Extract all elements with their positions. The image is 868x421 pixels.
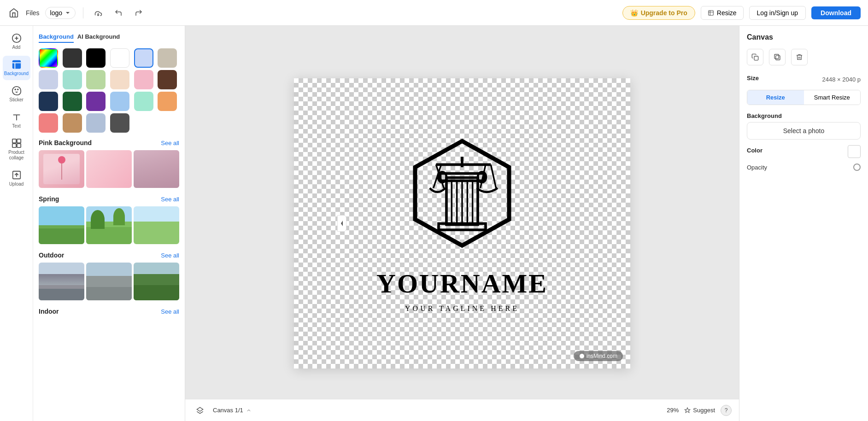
svg-rect-27 <box>439 223 486 230</box>
see-all-spring[interactable]: See all <box>161 196 179 203</box>
svg-point-34 <box>580 354 584 358</box>
swatch-selected-blue[interactable] <box>134 48 153 68</box>
right-panel-title: Canvas <box>747 33 861 41</box>
swatch-brown[interactable] <box>158 70 177 89</box>
swatch-pink[interactable] <box>134 70 153 89</box>
svg-point-7 <box>15 89 16 90</box>
swatch-aqua[interactable] <box>134 92 153 111</box>
see-all-outdoor[interactable]: See all <box>161 252 179 259</box>
upgrade-button[interactable]: 👑 Upgrade to Pro <box>622 6 695 20</box>
swatch-charcoal[interactable] <box>110 113 129 133</box>
photo-grid-spring <box>39 206 179 244</box>
sidebar-item-sticker-label: Sticker <box>9 97 23 103</box>
redo-button[interactable] <box>131 6 146 20</box>
swatch-navy[interactable] <box>39 92 58 111</box>
photo-spring-1[interactable] <box>39 206 84 244</box>
swatch-dark-gray[interactable] <box>63 48 82 68</box>
swatch-black[interactable] <box>86 48 106 68</box>
resize-label: Resize <box>717 9 737 17</box>
swatch-peach[interactable] <box>110 70 129 89</box>
svg-marker-35 <box>197 407 203 411</box>
svg-rect-14 <box>17 144 20 147</box>
canvas-copy-style-button[interactable] <box>747 49 763 65</box>
sidebar-item-background[interactable]: Background <box>3 56 30 80</box>
swatch-tan[interactable] <box>63 113 82 133</box>
canvas-area: YOURNAME YOUR TAGLINE HERE insMind.com <box>185 26 739 421</box>
tab-ai-background[interactable]: AI Background <box>77 31 120 43</box>
swatch-salmon[interactable] <box>39 113 58 133</box>
color-row: Color <box>747 145 861 158</box>
swatch-mint[interactable] <box>63 70 82 89</box>
swatch-lavender[interactable] <box>39 70 58 89</box>
tab-background[interactable]: Background <box>39 31 74 43</box>
photo-pink-3[interactable] <box>134 150 179 188</box>
resize-option-button[interactable]: Resize <box>747 90 804 105</box>
select-photo-button[interactable]: Select a photo <box>747 122 861 140</box>
help-button[interactable]: ? <box>721 405 732 416</box>
upgrade-label: Upgrade to Pro <box>641 9 687 17</box>
background-section-label: Background <box>747 112 861 119</box>
watermark-text: insMind.com <box>586 353 617 359</box>
svg-rect-36 <box>754 56 758 60</box>
topbar-separator <box>83 7 83 18</box>
swatch-steel-blue[interactable] <box>86 113 106 133</box>
swatch-rainbow[interactable] <box>39 48 58 68</box>
logo-label: logo <box>50 9 62 17</box>
download-button[interactable]: Download <box>811 6 861 19</box>
section-title-indoor: Indoor <box>39 308 59 315</box>
svg-rect-4 <box>12 60 20 69</box>
layers-button[interactable] <box>193 403 207 418</box>
swatch-forest[interactable] <box>63 92 82 111</box>
zoom-level: 29% <box>667 407 679 414</box>
swatch-beige[interactable] <box>158 48 177 68</box>
photo-outdoor-2[interactable] <box>86 263 132 300</box>
swatch-sky-blue[interactable] <box>110 92 129 111</box>
watermark: insMind.com <box>574 351 623 361</box>
photo-spring-2[interactable] <box>86 206 132 244</box>
sidebar-item-upload[interactable]: Upload <box>3 166 30 191</box>
login-button[interactable]: Log in/Sign up <box>749 6 806 20</box>
sidebar-item-add[interactable]: Add <box>3 29 30 54</box>
files-link[interactable]: Files <box>26 9 40 17</box>
photo-spring-3[interactable] <box>134 206 179 244</box>
logo-content: YOURNAME YOUR TAGLINE HERE <box>376 134 548 313</box>
opacity-label: Opacity <box>747 164 849 171</box>
svg-line-33 <box>491 164 496 188</box>
canvas-delete-button[interactable] <box>791 49 808 65</box>
see-all-indoor[interactable]: See all <box>161 308 179 315</box>
smart-resize-option-button[interactable]: Smart Resize <box>804 90 861 105</box>
cloud-save-button[interactable] <box>91 6 106 20</box>
logo-selector[interactable]: logo <box>45 7 76 19</box>
canvas-duplicate-button[interactable] <box>769 49 786 65</box>
section-title-outdoor: Outdoor <box>39 251 64 259</box>
swatch-white[interactable] <box>110 48 129 68</box>
photo-outdoor-1[interactable] <box>39 263 84 300</box>
photo-outdoor-3[interactable] <box>134 263 179 300</box>
color-swatch[interactable] <box>848 145 861 158</box>
undo-button[interactable] <box>111 6 126 20</box>
see-all-pink[interactable]: See all <box>161 140 179 146</box>
collapse-panel-handle[interactable] <box>337 215 346 232</box>
bottom-bar: Canvas 1/1 29% Suggest ? <box>185 399 739 421</box>
photo-grid-pink <box>39 150 179 188</box>
sidebar-item-product-collage-label: Product collage <box>5 150 29 161</box>
sidebar-item-text-label: Text <box>12 123 20 129</box>
resize-button[interactable]: Resize <box>701 6 744 20</box>
svg-point-8 <box>17 89 18 90</box>
photo-pink-1[interactable] <box>39 150 84 188</box>
swatch-orange[interactable] <box>158 92 177 111</box>
swatch-purple[interactable] <box>86 92 106 111</box>
svg-rect-11 <box>12 139 16 143</box>
svg-rect-37 <box>774 54 779 58</box>
sidebar-item-product-collage[interactable]: Product collage <box>3 134 30 164</box>
swatch-light-green[interactable] <box>86 70 106 89</box>
sidebar-item-sticker[interactable]: Sticker <box>3 82 30 106</box>
photo-pink-2[interactable] <box>86 150 132 188</box>
home-button[interactable] <box>7 6 20 19</box>
logo-name: YOURNAME <box>376 270 548 297</box>
opacity-control[interactable] <box>853 164 861 171</box>
photo-grid-outdoor <box>39 263 179 300</box>
suggest-button[interactable]: Suggest <box>684 407 715 414</box>
sidebar-item-text[interactable]: Text <box>3 108 30 133</box>
size-label: Size <box>747 75 759 82</box>
